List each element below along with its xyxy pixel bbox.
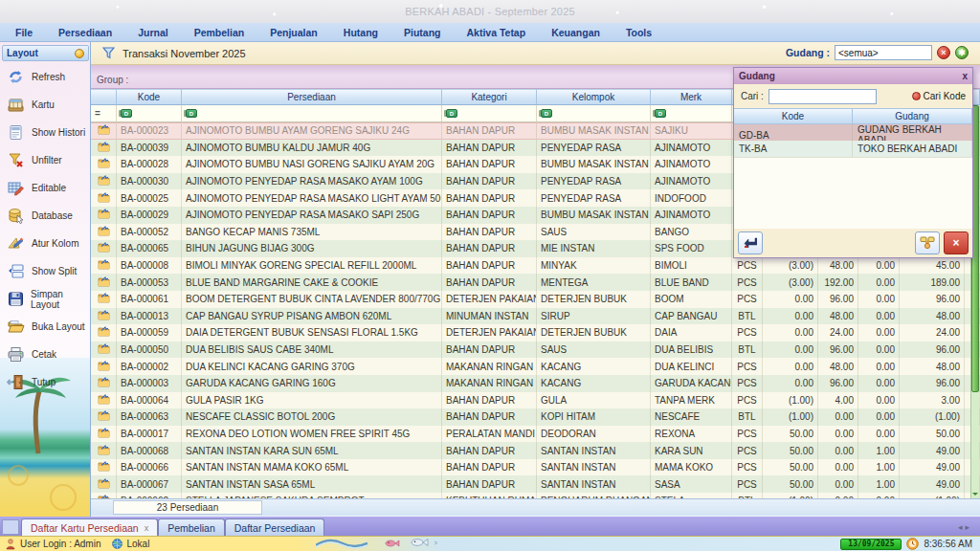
sidebar-header[interactable]: Layout [2,45,89,61]
insert-button[interactable] [738,231,763,254]
sidebar-item-show-split[interactable]: Show Split [0,261,91,281]
menu-item-aktiva-tetap[interactable]: Aktiva Tetap [466,27,525,38]
popup-close-icon[interactable]: x [962,71,968,81]
row-open-cell[interactable] [91,207,117,224]
table-row[interactable]: BA-000059DAIA DETERGENT BUBUK SENSASI FL… [91,324,980,342]
row-open-cell[interactable] [91,375,117,392]
table-row[interactable]: BA-000050DUA BELIBIS SAUS CABE 340MLBAHA… [91,342,980,359]
table-row[interactable]: BA-000013CAP BANGAU SYRUP PISANG AMBON 6… [91,308,980,325]
menu-item-persediaan[interactable]: Persediaan [58,27,112,38]
cell-kode: BA-000053 [117,274,182,291]
row-open-cell[interactable] [91,224,117,241]
cari-kode-button[interactable]: Cari Kode [912,91,966,101]
filter-cell[interactable]: D [537,105,651,121]
row-open-cell[interactable] [91,173,117,190]
row-open-cell[interactable] [91,408,117,426]
filter-cell[interactable]: D [182,105,442,121]
menu-item-penjualan[interactable]: Penjualan [270,27,318,38]
close-button[interactable]: × [944,231,969,254]
table-row[interactable]: BA-000066SANTAN INSTAN MAMA KOKO 65MLBAH… [91,459,980,476]
menu-item-keuangan[interactable]: Keuangan [551,27,600,38]
filter-cell[interactable]: = [91,105,117,121]
column-header-blank[interactable] [91,89,117,105]
table-row[interactable]: BA-000053BLUE BAND MARGARINE CAKE & COOK… [91,274,980,291]
filter-icon[interactable]: D [446,109,457,118]
row-open-cell[interactable] [91,459,117,476]
row-open-cell[interactable] [91,308,117,325]
row-open-cell[interactable] [91,358,117,375]
column-header-kelompok[interactable]: Kelompok [537,89,651,105]
table-row[interactable]: BA-000061BOOM DETERGENT BUBUK CINTA LAVE… [91,291,980,308]
tab-daftar-persediaan[interactable]: Daftar Persediaan [225,518,325,536]
sidebar-item-editable[interactable]: Editable [0,178,91,198]
popup-column-header-kode[interactable]: Kode [734,108,853,124]
row-open-cell[interactable] [91,240,117,257]
app-window: BERKAH ABADI - September 2025 FilePersed… [0,0,980,551]
menu-item-jurnal[interactable]: Jurnal [138,27,168,38]
table-row[interactable]: BA-000017REXONA DEO LOTION WOMEN FREE SP… [91,426,980,443]
menu-item-file[interactable]: File [15,27,33,38]
row-open-cell[interactable] [91,324,117,342]
popup-titlebar[interactable]: Gudang x [734,68,972,84]
row-open-cell[interactable] [91,257,117,275]
tab-daftar-kartu-persediaan[interactable]: Daftar Kartu Persediaanx [21,518,158,536]
table-row[interactable]: BA-000064GULA PASIR 1KGBAHAN DAPURGULATA… [91,392,980,409]
gudang-input[interactable]: <semua> [835,45,932,60]
sidebar-item-kartu[interactable]: Kartu [0,95,91,115]
menu-item-tools[interactable]: Tools [626,27,652,38]
sidebar-item-unfilter[interactable]: Unfilter [0,150,91,170]
row-open-cell[interactable] [91,274,117,291]
sidebar-item-buka-layout[interactable]: Buka Layout [0,317,91,337]
filter-icon[interactable]: D [186,109,197,118]
popup-table-row[interactable]: GD-BAGUDANG BERKAH ABADI [734,124,972,141]
filter-cell[interactable]: D [442,105,537,121]
row-open-cell[interactable] [91,189,117,207]
sidebar-item-tutup[interactable]: Tutup [0,372,91,392]
popup-column-header-gudang[interactable]: Gudang [853,108,972,124]
tab-pembelian[interactable]: Pembelian [158,518,225,536]
popup-table-row[interactable]: TK-BATOKO BERKAH ABADI [734,141,972,157]
filter-icon[interactable]: D [541,109,552,118]
table-row[interactable]: BA-000068SANTAN INSTAN KARA SUN 65MLBAHA… [91,442,980,459]
row-open-cell[interactable] [91,342,117,359]
sidebar-item-cetak[interactable]: Cetak [0,344,91,364]
row-open-cell[interactable] [91,475,117,493]
sidebar-item-refresh[interactable]: Refresh [0,67,91,87]
filter-icon[interactable]: D [655,109,666,118]
scroll-down-arrow-icon[interactable] [971,489,979,498]
row-open-cell[interactable] [91,156,117,173]
menu-item-hutang[interactable]: Hutang [344,27,378,38]
column-header-merk[interactable]: Merk [651,89,732,105]
table-row[interactable]: BA-000003GARUDA KACANG GARING 160GMAKANA… [91,375,980,392]
filter-cell[interactable]: D [651,105,732,121]
column-header-kode[interactable]: Kode [117,89,182,105]
column-header-kategori[interactable]: Kategori [442,89,537,105]
tab-close-icon[interactable]: x [145,523,149,533]
table-row[interactable]: BA-000008BIMOLI MINYAK GORENG SPECIAL RE… [91,257,980,275]
clear-gudang-button[interactable]: × [937,46,950,59]
pick-button[interactable] [915,231,940,254]
cari-input[interactable] [768,89,877,104]
menu-item-piutang[interactable]: Piutang [404,27,441,38]
column-header-persediaan[interactable]: Persediaan [182,89,442,105]
refresh-gudang-button[interactable]: ✱ [955,46,969,59]
menu-item-pembelian[interactable]: Pembelian [194,27,245,38]
filter-icon[interactable]: D [121,109,132,118]
table-row[interactable]: BA-000002DUA KELINCI KACANG GARING 370GM… [91,358,980,375]
row-open-cell[interactable] [91,442,117,459]
tab-scroll-arrows[interactable]: ◂▸ [958,522,972,532]
table-row[interactable]: BA-000063NESCAFE CLASSIC BOTOL 200GBAHAN… [91,408,980,426]
row-open-cell[interactable] [91,392,117,409]
row-open-cell[interactable] [91,426,117,443]
tab-corner-box[interactable] [2,519,19,535]
sidebar-item-atur-kolom[interactable]: Atur Kolom [0,233,91,253]
table-row[interactable]: BA-000067SANTAN INSTAN SASA 65MLBAHAN DA… [91,475,980,493]
filter-cell[interactable]: D [117,105,182,121]
sidebar-item-database[interactable]: Database [0,206,91,226]
row-open-cell[interactable] [91,291,117,308]
row-open-cell[interactable] [91,122,117,140]
sidebar-item-simpan-layout[interactable]: Simpan Layout [0,289,91,309]
sidebar-item-show-histori[interactable]: Show Histori [0,122,91,143]
row-open-cell[interactable] [91,140,117,157]
pin-ball-icon[interactable] [75,49,84,58]
